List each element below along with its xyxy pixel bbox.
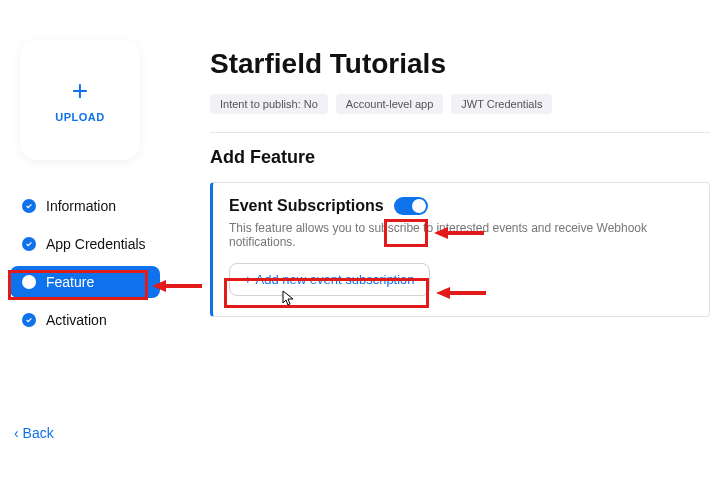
page-title: Starfield Tutorials	[210, 48, 726, 80]
feature-card: Event Subscriptions This feature allows …	[210, 182, 710, 317]
feature-title: Event Subscriptions	[229, 197, 384, 215]
upload-button[interactable]: + UPLOAD	[20, 40, 140, 160]
check-circle-icon	[22, 313, 36, 327]
badge: Account-level app	[336, 94, 443, 114]
sidebar-item-activation[interactable]: Activation	[10, 304, 160, 336]
nav-list: Information App Credentials Feature Acti…	[10, 190, 160, 336]
plus-icon: +	[244, 272, 252, 287]
back-link[interactable]: ‹ Back	[14, 425, 54, 441]
main-content: Starfield Tutorials Intent to publish: N…	[210, 48, 726, 317]
check-circle-icon	[22, 199, 36, 213]
nav-label: App Credentials	[46, 236, 146, 252]
check-circle-icon	[22, 237, 36, 251]
chevron-left-icon: ‹	[14, 425, 19, 441]
feature-header: Event Subscriptions	[229, 197, 693, 215]
nav-label: Feature	[46, 274, 94, 290]
feature-description: This feature allows you to subscribe to …	[229, 221, 693, 249]
toggle-knob	[412, 199, 426, 213]
section-title: Add Feature	[210, 147, 726, 168]
current-step-icon	[22, 275, 36, 289]
add-button-label: Add new event subscription	[256, 272, 415, 287]
nav-label: Activation	[46, 312, 107, 328]
nav-label: Information	[46, 198, 116, 214]
plus-icon: +	[72, 77, 88, 105]
divider	[210, 132, 710, 133]
sidebar-item-app-credentials[interactable]: App Credentials	[10, 228, 160, 260]
upload-label: UPLOAD	[55, 111, 104, 123]
sidebar-item-feature[interactable]: Feature	[10, 266, 160, 298]
add-event-subscription-button[interactable]: + Add new event subscription	[229, 263, 430, 296]
badges-row: Intent to publish: No Account-level app …	[210, 94, 726, 114]
badge: Intent to publish: No	[210, 94, 328, 114]
sidebar-item-information[interactable]: Information	[10, 190, 160, 222]
sidebar: + UPLOAD Information App Credentials Fea…	[10, 40, 160, 342]
badge: JWT Credentials	[451, 94, 552, 114]
event-subscriptions-toggle[interactable]	[394, 197, 428, 215]
back-label: Back	[23, 425, 54, 441]
